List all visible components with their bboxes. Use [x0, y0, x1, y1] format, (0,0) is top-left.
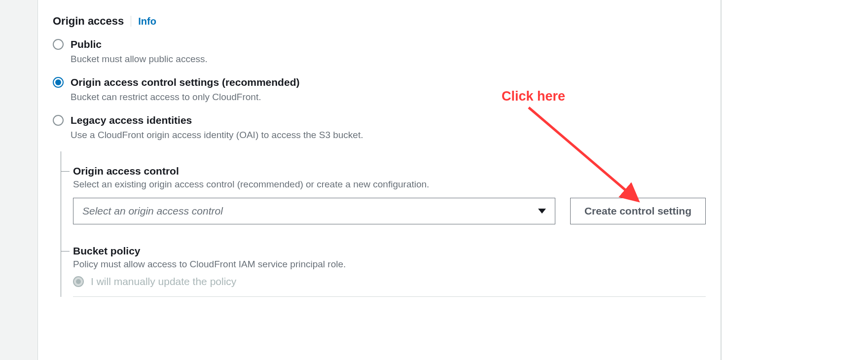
radio-text: Public Bucket must allow public access. — [71, 37, 208, 66]
radio-desc-oac: Bucket can restrict access to only Cloud… — [71, 91, 299, 104]
oac-title: Origin access control — [73, 165, 706, 177]
chevron-down-icon — [538, 209, 546, 214]
bucket-policy-title: Bucket policy — [73, 245, 706, 257]
radio-option-public[interactable]: Public Bucket must allow public access. — [53, 37, 706, 66]
radio-label-legacy: Legacy access identities — [71, 113, 363, 127]
manual-policy-option: I will manually update the policy — [73, 276, 706, 288]
oac-select-row: Select an origin access control Create c… — [73, 198, 706, 224]
radio-text: Origin access control settings (recommen… — [71, 75, 299, 104]
divider — [73, 296, 706, 297]
divider — [131, 16, 131, 27]
oac-subsection: Origin access control Select an existing… — [73, 165, 706, 224]
radio-desc-public: Bucket must allow public access. — [71, 53, 208, 66]
create-control-setting-button[interactable]: Create control setting — [570, 198, 706, 224]
right-gutter — [721, 0, 868, 360]
info-link[interactable]: Info — [138, 16, 156, 27]
origin-access-radio-group: Public Bucket must allow public access. … — [53, 37, 706, 142]
radio-option-legacy[interactable]: Legacy access identities Use a CloudFron… — [53, 113, 706, 142]
radio-icon-disabled — [73, 276, 84, 287]
radio-icon[interactable] — [53, 115, 64, 126]
origin-access-panel: Origin access Info Public Bucket must al… — [37, 0, 721, 360]
section-header: Origin access Info — [53, 15, 706, 28]
oac-config-block: Origin access control Select an existing… — [61, 151, 706, 297]
oac-select-placeholder: Select an origin access control — [82, 205, 223, 217]
section-title: Origin access — [53, 15, 124, 28]
radio-option-oac[interactable]: Origin access control settings (recommen… — [53, 75, 706, 104]
radio-label-oac: Origin access control settings (recommen… — [71, 75, 299, 89]
radio-icon-selected[interactable] — [53, 77, 64, 88]
bucket-policy-subsection: Bucket policy Policy must allow access t… — [73, 245, 706, 297]
radio-label-public: Public — [71, 37, 208, 51]
manual-policy-label: I will manually update the policy — [91, 276, 236, 288]
radio-text: Legacy access identities Use a CloudFron… — [71, 113, 363, 142]
oac-desc: Select an existing origin access control… — [73, 179, 706, 190]
radio-icon[interactable] — [53, 39, 64, 50]
bucket-policy-desc: Policy must allow access to CloudFront I… — [73, 259, 706, 270]
oac-select-dropdown[interactable]: Select an origin access control — [73, 198, 555, 224]
radio-desc-legacy: Use a CloudFront origin access identity … — [71, 129, 363, 142]
create-button-label: Create control setting — [584, 205, 691, 217]
